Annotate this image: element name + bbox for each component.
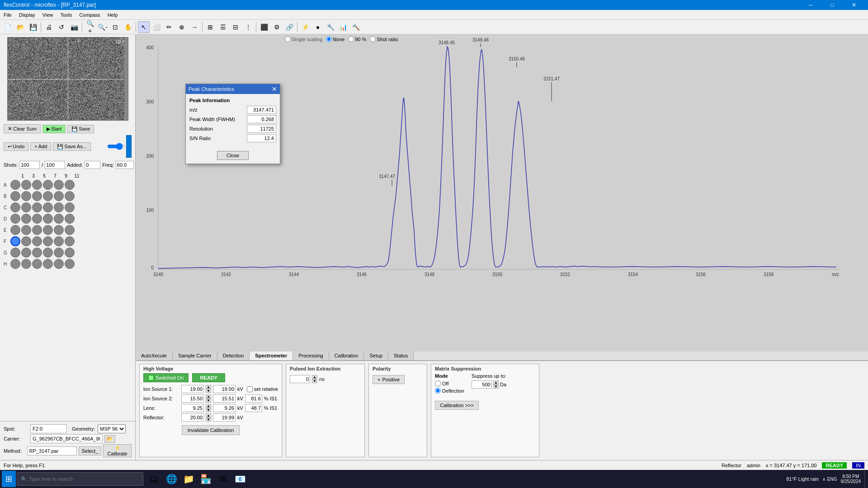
- reflector-input-1[interactable]: [181, 413, 204, 422]
- plate-cell-D2[interactable]: [32, 214, 42, 224]
- config-button[interactable]: 🔧: [325, 21, 336, 33]
- reflector-down[interactable]: ▼: [206, 418, 211, 422]
- plate-cell-F1[interactable]: [21, 236, 31, 246]
- tab-detection[interactable]: Detection: [217, 352, 250, 360]
- freq-input[interactable]: [116, 161, 134, 169]
- select-button-method[interactable]: Select_: [79, 446, 102, 455]
- plate-cell-H2[interactable]: [32, 259, 42, 269]
- plate-cell-A4[interactable]: [54, 180, 64, 190]
- clear-sum-button[interactable]: ✕ Clear Sum: [4, 124, 41, 133]
- plate-cell-D5[interactable]: [65, 214, 75, 224]
- calibration-btn[interactable]: Calibration >>>: [435, 401, 479, 410]
- ms-off-radio[interactable]: [435, 380, 441, 386]
- taskbar-browser[interactable]: 🌐: [163, 471, 179, 487]
- hand-button[interactable]: ✋: [122, 21, 134, 33]
- close-button[interactable]: ✕: [844, 0, 864, 10]
- pie-value-input[interactable]: [290, 375, 310, 383]
- menu-compass[interactable]: Compass: [75, 10, 104, 19]
- added-input[interactable]: [85, 161, 100, 169]
- print-button[interactable]: 🖨: [43, 21, 55, 33]
- plate-cell-H4[interactable]: [54, 259, 64, 269]
- tab-status[interactable]: Status: [388, 352, 414, 360]
- plate-cell-D1[interactable]: [21, 214, 31, 224]
- reflector-up[interactable]: ▲: [206, 413, 211, 418]
- ion-source-2-input-1[interactable]: [181, 394, 204, 403]
- plate-cell-E5[interactable]: [65, 225, 75, 235]
- shots-input-2[interactable]: [45, 161, 65, 169]
- plate-cell-G5[interactable]: [65, 248, 75, 258]
- graph-button[interactable]: 📊: [337, 21, 349, 33]
- plate-cell-E4[interactable]: [54, 225, 64, 235]
- lens-input-1[interactable]: [181, 404, 204, 412]
- undo-button[interactable]: ↩ Undo: [4, 142, 28, 151]
- start-button[interactable]: ▶ Start: [42, 125, 66, 133]
- set-relative-checkbox[interactable]: [247, 386, 253, 392]
- columns-button[interactable]: ⋮: [242, 21, 254, 33]
- plate-cell-A5[interactable]: [65, 180, 75, 190]
- taskbar-clock[interactable]: 8:50 PM 9/25/2024: [839, 474, 863, 484]
- calibrate-button[interactable]: ⚡ Calibrate: [103, 444, 132, 457]
- taskbar-chevron[interactable]: ∧: [822, 477, 826, 482]
- plate-cell-F5[interactable]: [65, 236, 75, 246]
- taskbar-store[interactable]: 🏪: [198, 471, 214, 487]
- marker-button[interactable]: ⊕: [176, 21, 188, 33]
- plate-cell-G2[interactable]: [32, 248, 42, 258]
- shots-input-1[interactable]: [19, 161, 40, 169]
- geometry-select[interactable]: MSP 96: [98, 424, 126, 433]
- plate-cell-H3[interactable]: [43, 259, 53, 269]
- suppress-value-input[interactable]: [472, 380, 492, 389]
- switched-on-button[interactable]: Switched On: [143, 373, 189, 382]
- plate-cell-A1[interactable]: [21, 180, 31, 190]
- link-button[interactable]: 🔗: [283, 21, 295, 33]
- carrier-browse-button[interactable]: 📂: [104, 435, 115, 443]
- minimize-button[interactable]: ─: [800, 0, 821, 10]
- pie-up[interactable]: ▲: [312, 375, 317, 379]
- taskbar-mail[interactable]: ✉: [215, 471, 231, 487]
- close-button-dialog[interactable]: Close: [217, 151, 249, 160]
- ion-button[interactable]: ●: [312, 21, 324, 33]
- ready-button[interactable]: READY: [192, 373, 225, 382]
- plate-cell-G1[interactable]: [21, 248, 31, 258]
- taskbar-show-desktop[interactable]: [864, 471, 866, 487]
- plate-cell-H1[interactable]: [21, 259, 31, 269]
- ion-source-2-pct[interactable]: [245, 394, 262, 403]
- scaling-none[interactable]: [326, 36, 332, 42]
- ms-deflection-radio[interactable]: [435, 388, 441, 394]
- search-input[interactable]: [29, 476, 139, 482]
- plate-cell-C5[interactable]: [65, 202, 75, 212]
- microscope-scrollbar[interactable]: [124, 38, 128, 120]
- plate-cell-F2[interactable]: [32, 236, 42, 246]
- plate-cell-B1[interactable]: [21, 191, 31, 201]
- tab-calibration[interactable]: Calibration: [329, 352, 364, 360]
- plate-cell-C1[interactable]: [21, 202, 31, 212]
- scaling-single[interactable]: [285, 36, 291, 42]
- tools-btn2[interactable]: 🔨: [350, 21, 362, 33]
- resolution-value-input[interactable]: [247, 125, 276, 133]
- settings-button[interactable]: ⚙: [271, 21, 283, 33]
- ion-source-1-input-2[interactable]: [213, 385, 236, 393]
- plate-cell-A0[interactable]: [10, 180, 20, 190]
- dialog-close-title-button[interactable]: ✕: [272, 85, 277, 93]
- lens-up[interactable]: ▲: [206, 404, 211, 408]
- add-button[interactable]: + Add: [30, 142, 51, 150]
- menu-view[interactable]: View: [39, 10, 57, 19]
- spectrum-chart[interactable]: Intens. [arb] 400 300 200 100 0 3140 3: [136, 34, 868, 352]
- spot-input[interactable]: [30, 424, 66, 433]
- zoom-slider[interactable]: [107, 143, 125, 150]
- tab-autoxecute[interactable]: AutoXecute: [136, 352, 173, 360]
- plate-cell-F3[interactable]: [43, 236, 53, 246]
- refresh-button[interactable]: ↺: [56, 21, 67, 33]
- tab-setup[interactable]: Setup: [364, 352, 388, 360]
- suppress-down[interactable]: ▼: [493, 385, 499, 389]
- table-button[interactable]: ⊟: [230, 21, 241, 33]
- invalidate-calibration-button[interactable]: Invalidate Calibration: [182, 425, 240, 435]
- ion-source-2-input-2[interactable]: [213, 394, 236, 403]
- menu-file[interactable]: File: [0, 10, 15, 19]
- positive-button[interactable]: + Positive: [373, 375, 405, 384]
- tab-sample-carrier[interactable]: Sample Carrier: [173, 352, 217, 360]
- arrow-button[interactable]: →: [189, 21, 200, 33]
- plate-cell-G0[interactable]: [10, 248, 20, 258]
- lens-pct[interactable]: [245, 404, 262, 412]
- plate-cell-E0[interactable]: [10, 225, 20, 235]
- new-button[interactable]: 📄: [2, 21, 14, 33]
